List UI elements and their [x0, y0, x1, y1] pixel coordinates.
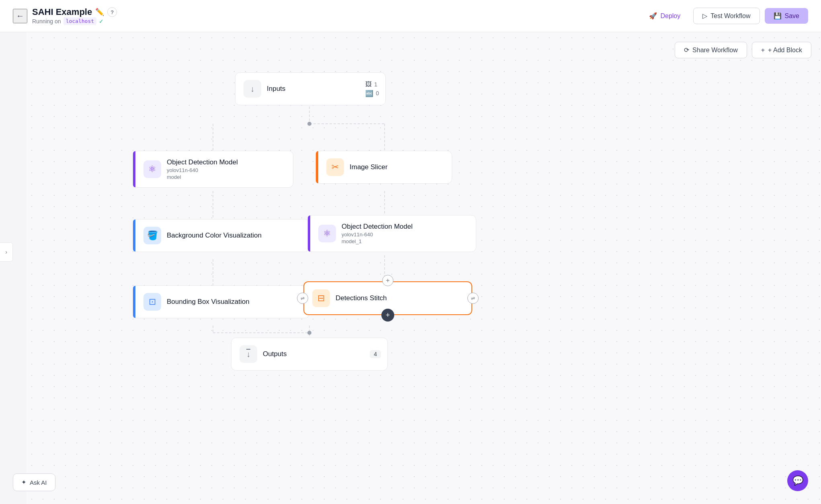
check-icon: ✓ — [99, 18, 104, 25]
image-slicer-text: Image Slicer — [350, 163, 387, 171]
bb-viz-text: Bounding Box Visualization — [167, 298, 250, 306]
save-button[interactable]: 💾 Save — [765, 8, 808, 24]
bg-viz-icon-wrap: 🪣 — [143, 227, 161, 244]
inputs-icon-wrap: ↓ — [244, 80, 261, 98]
paint-icon: 🪣 — [147, 230, 158, 241]
app-title-text: SAHI Example — [32, 7, 92, 17]
image-slicer-label: Image Slicer — [350, 163, 387, 171]
share-label: Share Workflow — [692, 47, 738, 54]
chat-icon: 💬 — [792, 475, 803, 486]
inputs-badge-ab-count: 0 — [376, 90, 379, 96]
obj-detect-1-sublabel2: model — [167, 174, 238, 180]
header: ← SAHI Example ✏️ ? Running on localhost… — [0, 0, 821, 32]
test-label: Test Workflow — [710, 12, 750, 20]
obj-detect-1-sublabel1: yolov11n-640 — [167, 167, 238, 173]
add-block-label: + Add Block — [768, 47, 802, 54]
outputs-icon: ↓ — [246, 350, 250, 359]
stitch-icon: ⊟ — [317, 293, 325, 303]
outputs-badge: 4 — [370, 350, 381, 358]
bb-viz-icon-wrap: ⊡ — [143, 293, 161, 311]
sparkle-icon: ✦ — [21, 479, 27, 486]
play-icon: ▷ — [702, 12, 707, 20]
obj-detect-2-sublabel1: yolov11n-640 — [342, 232, 413, 238]
image-slicer-icon-wrap: ✂ — [326, 158, 344, 176]
outputs-badge-wrap: 4 — [370, 350, 387, 358]
sidebar-toggle[interactable]: › — [0, 242, 13, 262]
box-icon: ⊡ — [149, 297, 156, 307]
image-slicer-node[interactable]: ✂ Image Slicer — [315, 151, 452, 184]
chat-button[interactable]: 💬 — [787, 470, 808, 491]
inputs-label: Inputs — [267, 85, 285, 93]
atom-icon-2: ⚛ — [323, 228, 331, 239]
bg-viz-text: Background Color Visualization — [167, 232, 262, 240]
ask-ai-button[interactable]: ✦ Ask AI — [13, 473, 55, 491]
atom-icon: ⚛ — [148, 164, 156, 174]
det-stitch-icon-wrap: ⊟ — [312, 289, 330, 307]
test-workflow-button[interactable]: ▷ Test Workflow — [693, 8, 760, 24]
workflow-canvas[interactable]: ⟳ Share Workflow + + Add Block — [26, 32, 821, 504]
bg-viz-label: Background Color Visualization — [167, 232, 262, 240]
inputs-badge-img-count: 1 — [374, 81, 377, 88]
obj-detect-2-text: Object Detection Model yolov11n-640 mode… — [342, 223, 413, 244]
obj-detect-2-content: ⚛ Object Detection Model yolov11n-640 mo… — [310, 215, 476, 252]
obj-detect-1-text: Object Detection Model yolov11n-640 mode… — [167, 158, 238, 180]
header-left: ← SAHI Example ✏️ ? Running on localhost… — [13, 7, 641, 25]
deploy-icon: 🚀 — [649, 12, 657, 20]
chevron-right-icon: › — [5, 249, 7, 255]
help-icon[interactable]: ? — [107, 7, 117, 17]
back-button[interactable]: ← — [13, 9, 27, 23]
inputs-badges: 🖼 1 🔤 0 — [365, 81, 385, 97]
subtitle-prefix: Running on — [32, 18, 61, 25]
scissors-icon: ✂ — [332, 162, 339, 172]
outputs-node[interactable]: ↓ Outputs 4 — [231, 338, 388, 371]
inputs-node-content: ↓ Inputs — [235, 73, 365, 105]
connection-lines — [26, 32, 821, 504]
obj-detect-1-label: Object Detection Model — [167, 158, 238, 166]
edit-icon[interactable]: ✏️ — [95, 8, 104, 16]
obj-detect-2-sublabel2: model_1 — [342, 238, 413, 244]
connector-right: ⇌ — [467, 293, 479, 304]
obj-detect-2-icon-wrap: ⚛ — [318, 225, 336, 242]
back-icon: ← — [16, 11, 24, 20]
save-icon: 💾 — [774, 12, 782, 20]
subtitle: Running on localhost ✓ — [32, 17, 117, 25]
outputs-text: Outputs — [263, 350, 287, 358]
det-stitch-text: Detections Stitch — [336, 294, 387, 302]
deploy-button[interactable]: 🚀 Deploy — [641, 8, 688, 24]
plus-top-button[interactable]: + — [382, 275, 393, 286]
obj-detect-2-label: Object Detection Model — [342, 223, 413, 231]
title-block: SAHI Example ✏️ ? Running on localhost ✓ — [32, 7, 117, 25]
image-slicer-content: ✂ Image Slicer — [318, 151, 452, 183]
outputs-node-content: ↓ Outputs — [231, 338, 370, 370]
ask-ai-label: Ask AI — [30, 479, 47, 486]
subtitle-host: localhost — [63, 17, 96, 25]
bg-viz-content: 🪣 Background Color Visualization — [135, 219, 309, 252]
detections-stitch-node[interactable]: + ⇌ ⊟ Detections Stitch ⇌ + — [303, 281, 472, 315]
save-label: Save — [785, 12, 799, 20]
share-icon: ⟳ — [684, 46, 689, 54]
canvas-toolbar: ⟳ Share Workflow + + Add Block — [675, 42, 811, 58]
bounding-box-viz-node[interactable]: ⊡ Bounding Box Visualization — [133, 285, 309, 318]
plus-bottom-button[interactable]: + — [381, 309, 394, 322]
connector-left: ⇌ — [297, 293, 308, 304]
inputs-node[interactable]: ↓ Inputs 🖼 1 🔤 0 — [235, 72, 386, 105]
bb-viz-label: Bounding Box Visualization — [167, 298, 250, 306]
add-block-button[interactable]: + + Add Block — [752, 42, 811, 58]
obj-detect-1-icon-wrap: ⚛ — [143, 160, 161, 178]
share-workflow-button[interactable]: ⟳ Share Workflow — [675, 42, 747, 58]
header-right: 🚀 Deploy ▷ Test Workflow 💾 Save — [641, 8, 808, 24]
deploy-label: Deploy — [660, 12, 680, 20]
inputs-badge-ab: 🔤 0 — [365, 90, 379, 97]
outputs-icon-wrap: ↓ — [240, 345, 257, 363]
det-stitch-label: Detections Stitch — [336, 294, 387, 302]
outputs-label: Outputs — [263, 350, 287, 358]
bb-viz-content: ⊡ Bounding Box Visualization — [135, 286, 309, 318]
image-icon: 🖼 — [365, 81, 372, 88]
object-detection-model-2-node[interactable]: ⚛ Object Detection Model yolov11n-640 mo… — [307, 215, 476, 252]
inputs-text: Inputs — [267, 85, 285, 93]
object-detection-model-1-node[interactable]: ⚛ Object Detection Model yolov11n-640 mo… — [133, 151, 293, 188]
ab-icon: 🔤 — [365, 90, 373, 97]
add-icon: + — [761, 47, 765, 54]
obj-detect-1-content: ⚛ Object Detection Model yolov11n-640 mo… — [135, 151, 293, 187]
bg-color-viz-node[interactable]: 🪣 Background Color Visualization — [133, 219, 309, 252]
